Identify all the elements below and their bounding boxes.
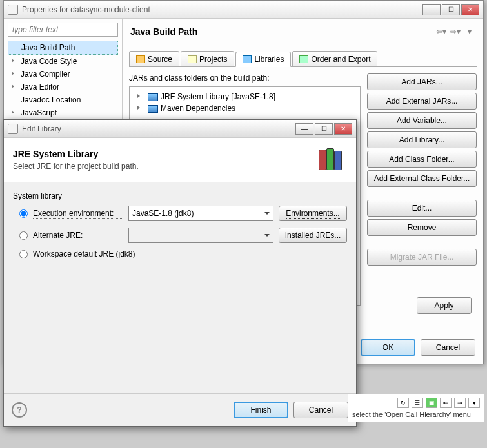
tree-item[interactable]: Java Editor <box>8 81 118 93</box>
dialog-window-title: Edit Library <box>22 124 295 133</box>
dialog-titlebar: Edit Library — ☐ ✕ <box>4 120 356 138</box>
buttons-column: Add JARs... Add External JARs... Add Var… <box>367 73 477 324</box>
tab-icon <box>188 55 197 63</box>
expand-icon <box>12 110 14 114</box>
add-class-folder-button[interactable]: Add Class Folder... <box>367 151 477 168</box>
tabs: SourceProjectsLibrariesOrder and Export <box>129 51 477 67</box>
edit-library-dialog: Edit Library — ☐ ✕ JRE System Library Se… <box>3 119 357 427</box>
back-icon[interactable]: ⇦▾ <box>435 26 447 37</box>
alternate-jre-combo <box>128 228 273 243</box>
edit-button[interactable]: Edit... <box>367 200 477 217</box>
page-title: Java Build Path <box>130 26 197 37</box>
alternate-jre-radio[interactable] <box>19 231 28 240</box>
add-external-class-folder-button[interactable]: Add External Class Folder... <box>367 170 477 187</box>
cancel-button[interactable]: Cancel <box>293 402 348 418</box>
jars-label: JARs and class folders on the build path… <box>129 73 361 83</box>
help-icon[interactable]: ? <box>12 402 27 418</box>
expand-icon <box>12 72 14 75</box>
tab-order-and-export[interactable]: Order and Export <box>292 51 377 66</box>
dialog-body: System library Execution environment: Ja… <box>4 182 356 274</box>
library-icon <box>148 105 158 113</box>
tab-source[interactable]: Source <box>129 51 179 66</box>
execution-environment-combo[interactable]: JavaSE-1.8 (jdk8) <box>128 206 273 221</box>
callee-icon[interactable]: ⇥ <box>454 398 466 408</box>
execution-environment-label: Execution environment: <box>33 209 123 219</box>
menu-icon[interactable]: ▾ <box>464 26 475 37</box>
history-icon[interactable]: ☰ <box>412 398 423 408</box>
chevron-down-icon <box>264 234 270 237</box>
installed-jres-button[interactable]: Installed JREs... <box>279 228 347 243</box>
status-snippet: ↻ ☰ ▣ ⇤ ⇥ ▾ select the 'Open Call Hierar… <box>348 394 484 422</box>
remove-button[interactable]: Remove <box>367 219 477 236</box>
window-controls: — ☐ ✕ <box>422 4 479 15</box>
tab-libraries[interactable]: Libraries <box>235 52 291 67</box>
tab-projects[interactable]: Projects <box>181 51 234 66</box>
environments-button[interactable]: Environments... <box>279 206 347 221</box>
expand-icon <box>137 106 140 110</box>
tab-icon <box>136 55 145 63</box>
tree-item[interactable]: Javadoc Location <box>8 93 118 106</box>
ok-button[interactable]: OK <box>361 339 415 356</box>
forward-icon[interactable]: ⇨▾ <box>450 26 461 37</box>
tree-item[interactable]: Java Build Path <box>8 41 118 55</box>
dialog-icon <box>8 124 18 134</box>
maximize-button[interactable]: ☐ <box>315 123 333 135</box>
execution-environment-value: JavaSE-1.8 (jdk8) <box>132 209 194 218</box>
library-node[interactable]: JRE System Library [JavaSE-1.8] <box>134 91 356 102</box>
execution-environment-radio[interactable] <box>19 209 28 218</box>
dialog-window-controls: — ☐ ✕ <box>295 123 352 135</box>
tree-mode-icon[interactable]: ▣ <box>426 398 437 408</box>
add-variable-button[interactable]: Add Variable... <box>367 112 477 129</box>
status-text: select the 'Open Call Hierarchy' menu <box>352 411 480 418</box>
tab-icon <box>299 55 308 63</box>
library-icon <box>148 93 158 101</box>
view-menu-icon[interactable]: ▾ <box>468 398 480 408</box>
dialog-header: JRE System Library Select JRE for the pr… <box>4 138 356 182</box>
dialog-title: JRE System Library <box>13 149 139 159</box>
category-tree: Java Build PathJava Code StyleJava Compi… <box>8 41 118 119</box>
add-external-jars-button[interactable]: Add External JARs... <box>367 93 477 110</box>
caller-icon[interactable]: ⇤ <box>440 398 452 408</box>
alternate-jre-label: Alternate JRE: <box>33 231 123 240</box>
dialog-description: Select JRE for the project build path. <box>13 162 139 171</box>
workspace-default-label: Workspace default JRE (jdk8) <box>33 249 135 258</box>
library-icon <box>315 147 347 173</box>
migrate-button: Migrate JAR File... <box>367 249 477 266</box>
expand-icon <box>12 59 14 63</box>
dialog-footer: ? Finish Cancel <box>4 393 356 426</box>
refresh-icon[interactable]: ↻ <box>397 398 409 408</box>
minimize-button[interactable]: — <box>422 4 441 15</box>
expand-icon <box>137 94 140 98</box>
tree-item[interactable]: JavaScript <box>8 106 118 119</box>
page-header: Java Build Path ⇦▾ ⇨▾ ▾ <box>123 19 483 44</box>
finish-button[interactable]: Finish <box>234 402 288 418</box>
tree-item[interactable]: Java Compiler <box>8 68 118 81</box>
tab-icon <box>243 55 252 63</box>
add-jars-button[interactable]: Add JARs... <box>367 73 477 90</box>
tree-item[interactable]: Java Code Style <box>8 55 118 68</box>
close-button[interactable]: ✕ <box>461 4 479 15</box>
expand-icon <box>12 84 14 88</box>
chevron-down-icon <box>264 212 270 215</box>
minimize-button[interactable]: — <box>295 123 313 135</box>
apply-button[interactable]: Apply <box>417 297 472 314</box>
library-node[interactable]: Maven Dependencies <box>134 102 356 114</box>
cancel-button[interactable]: Cancel <box>421 339 475 356</box>
workspace-default-radio[interactable] <box>19 250 28 258</box>
close-button[interactable]: ✕ <box>334 123 352 135</box>
system-library-label: System library <box>13 191 347 200</box>
titlebar: Properties for datasync-module-client — … <box>4 1 483 19</box>
window-title: Properties for datasync-module-client <box>22 5 422 14</box>
add-library-button[interactable]: Add Library... <box>367 131 477 148</box>
filter-input[interactable] <box>8 23 118 37</box>
window-icon <box>8 5 18 15</box>
maximize-button[interactable]: ☐ <box>442 4 460 15</box>
